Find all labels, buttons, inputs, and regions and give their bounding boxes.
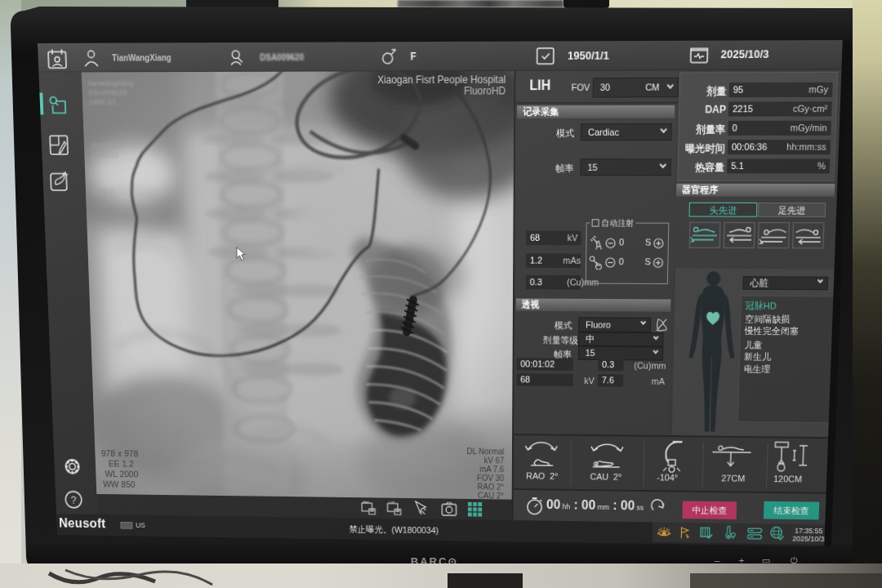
- svg-text:SUM 1: SUM 1: [91, 187, 114, 195]
- svg-text:FluoroHD: FluoroHD: [464, 85, 506, 97]
- svg-text:RAO 2°: RAO 2°: [477, 483, 504, 492]
- svg-text:978 x 978: 978 x 978: [101, 448, 139, 458]
- svg-text:WW 850: WW 850: [103, 479, 136, 489]
- svg-text:DL Normal: DL Normal: [467, 447, 505, 456]
- svg-text:tianwangxiang: tianwangxiang: [88, 79, 134, 87]
- svg-text:2025/10/3: 2025/10/3: [90, 142, 122, 150]
- svg-text:?: ?: [70, 494, 77, 506]
- svg-text:WL 2000: WL 2000: [105, 469, 138, 479]
- svg-text:17:47:21: 17:47:21: [91, 151, 118, 159]
- svg-text:DSA009620: DSA009620: [88, 88, 127, 96]
- svg-text:Xiaogan Fisrt People Hospital: Xiaogan Fisrt People Hospital: [377, 74, 506, 86]
- svg-text:1950 1/1: 1950 1/1: [89, 98, 117, 106]
- svg-text:kV 67: kV 67: [484, 456, 505, 465]
- svg-text:CAU 2°: CAU 2°: [478, 491, 504, 499]
- svg-text:EE 1.2: EE 1.2: [109, 459, 134, 469]
- svg-text:CM: CM: [389, 501, 394, 505]
- svg-text:REF: REF: [363, 501, 370, 504]
- svg-text:FOV 30: FOV 30: [477, 474, 505, 483]
- svg-text:mA 7.6: mA 7.6: [479, 465, 504, 474]
